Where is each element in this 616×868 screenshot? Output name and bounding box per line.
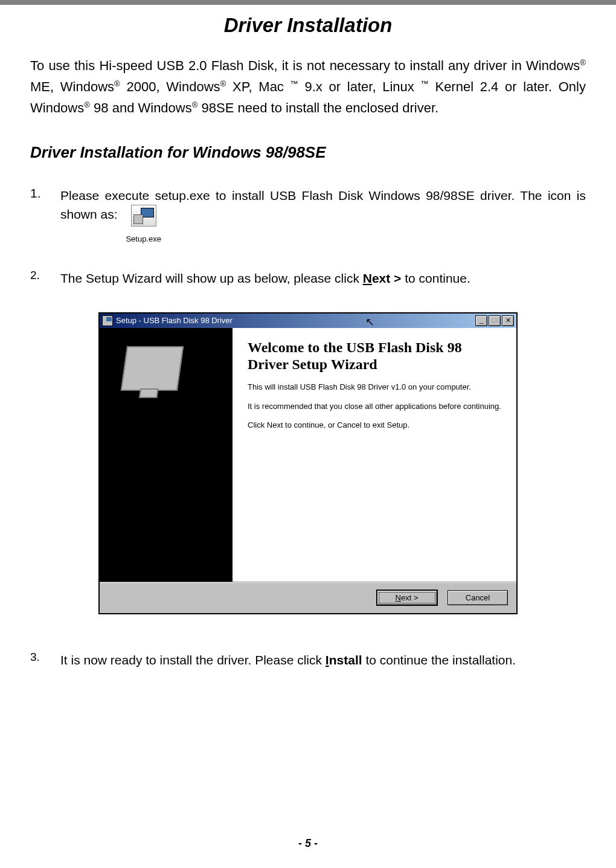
- intro-paragraph: To use this Hi-speed USB 2.0 Flash Disk,…: [30, 55, 586, 119]
- titlebar-controls: _ □ ✕: [475, 315, 514, 326]
- next-hotkey-n: N: [363, 271, 372, 285]
- wizard-footer: Next > Cancel: [100, 582, 516, 613]
- step-1: 1. Please execute setup.exe to install U…: [30, 186, 586, 245]
- computer-graphic-icon: [124, 346, 196, 407]
- cancel-button[interactable]: Cancel: [448, 590, 508, 605]
- page-title: Driver Installation: [30, 14, 586, 37]
- setup-exe-label: Setup.exe: [126, 233, 161, 245]
- step-3-after: to continue the installation.: [362, 653, 516, 667]
- titlebar: Setup - USB Flash Disk 98 Driver _ □ ✕: [100, 313, 516, 328]
- close-button[interactable]: ✕: [502, 315, 514, 326]
- minimize-button[interactable]: _: [475, 315, 487, 326]
- page-number: - 5 -: [0, 837, 616, 850]
- wizard-side-banner: [100, 328, 233, 582]
- step-2: 2. The Setup Wizard will show up as belo…: [30, 269, 586, 288]
- step-2-before: The Setup Wizard will show up as below, …: [60, 271, 363, 285]
- setup-exe-icon: Setup.exe: [126, 205, 161, 245]
- step-3-body: It is now ready to install the driver. P…: [60, 651, 586, 670]
- step-1-number: 1.: [30, 186, 60, 245]
- top-rule: [0, 0, 616, 5]
- maximize-button[interactable]: □: [489, 315, 501, 326]
- wizard-heading: Welcome to the USB Flash Disk 98 Driver …: [248, 339, 501, 374]
- document-page: Driver Installation To use this Hi-speed…: [0, 0, 616, 868]
- step-2-body: The Setup Wizard will show up as below, …: [60, 269, 586, 288]
- step-3-number: 3.: [30, 651, 60, 670]
- install-rest: nstall: [329, 653, 362, 667]
- wizard-main: Welcome to the USB Flash Disk 98 Driver …: [233, 328, 516, 582]
- step-1-body: Please execute setup.exe to install USB …: [60, 186, 586, 245]
- next-rest: ext >: [372, 271, 401, 285]
- step-3-before: It is now ready to install the driver. P…: [60, 653, 326, 667]
- step-2-after: to continue.: [401, 271, 470, 285]
- titlebar-app-icon: [102, 315, 113, 326]
- wizard-p1: This will install USB Flash Disk 98 Driv…: [248, 382, 501, 393]
- step-3: 3. It is now ready to install the driver…: [30, 651, 586, 670]
- wizard-body: Welcome to the USB Flash Disk 98 Driver …: [100, 328, 516, 582]
- section-heading: Driver Installation for Windows 98/98SE: [30, 143, 586, 162]
- wizard-p2: It is recommended that you close all oth…: [248, 401, 501, 412]
- setup-wizard-window: Setup - USB Flash Disk 98 Driver _ □ ✕ ↖…: [98, 312, 518, 614]
- titlebar-text: Setup - USB Flash Disk 98 Driver: [116, 316, 475, 325]
- next-hotkey: N: [396, 593, 401, 602]
- step-2-number: 2.: [30, 269, 60, 288]
- installer-icon: [131, 205, 156, 227]
- wizard-p3: Click Next to continue, or Cancel to exi…: [248, 420, 501, 431]
- next-button[interactable]: Next >: [376, 590, 438, 606]
- next-button-rest: ext >: [401, 593, 419, 602]
